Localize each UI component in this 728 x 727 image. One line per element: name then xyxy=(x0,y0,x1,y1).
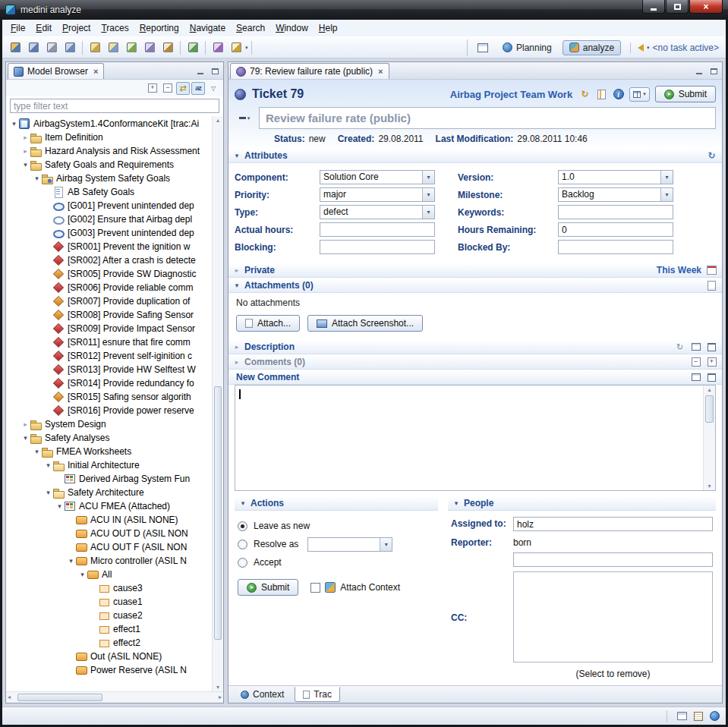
previous-task-icon[interactable] xyxy=(638,44,644,52)
tree-item[interactable]: [G002] Ensure that Airbag depl xyxy=(6,212,212,226)
collapse-arrow-icon[interactable]: ▾ xyxy=(233,152,241,159)
attach-context-option[interactable]: Attach Context xyxy=(310,582,400,593)
print-icon[interactable] xyxy=(43,39,61,56)
scroll-up-icon[interactable]: ▴ xyxy=(704,386,715,393)
tree-item[interactable]: [SR014] Provide redundancy fo xyxy=(6,376,212,390)
tree-item[interactable]: ▾All xyxy=(6,568,212,581)
section-actions[interactable]: ▾ Actions xyxy=(235,496,438,511)
blocking-input[interactable] xyxy=(320,240,435,254)
collapse-arrow-icon[interactable]: ▾ xyxy=(33,448,41,455)
tree-item[interactable]: [G003] Prevent unintended dep xyxy=(6,226,212,240)
tree-item[interactable]: [SR011] esnure that fire comm xyxy=(6,335,212,349)
maximize-view-icon[interactable] xyxy=(210,66,220,76)
radio-icon[interactable] xyxy=(238,558,247,568)
journal-icon[interactable] xyxy=(159,39,177,56)
close-icon[interactable]: × xyxy=(93,67,98,76)
hours-remaining-input[interactable] xyxy=(558,222,673,237)
tree-item[interactable]: ▸Hazard Analysis and Risk Assessment xyxy=(6,144,212,158)
error-log-icon[interactable] xyxy=(694,712,703,721)
action-option[interactable]: Leave as new xyxy=(238,517,435,535)
tree-item[interactable]: Power Reserve (ASIL N xyxy=(6,663,212,677)
maximize-view-icon[interactable] xyxy=(708,66,719,76)
repository-sync-icon[interactable] xyxy=(710,711,720,721)
close-icon[interactable]: × xyxy=(378,67,383,76)
new-comment-input[interactable] xyxy=(235,386,703,490)
new-attachment-icon[interactable] xyxy=(706,280,717,291)
attach-button[interactable]: Attach... xyxy=(236,315,300,332)
analysis-wand-icon[interactable] xyxy=(227,39,245,56)
refresh-icon[interactable] xyxy=(579,89,591,99)
tree-item[interactable]: ▾Safety Goals and Requirements xyxy=(6,158,212,172)
collapse-arrow-icon[interactable]: ▾ xyxy=(44,489,52,496)
view-menu-button[interactable]: ▾ xyxy=(629,87,650,102)
tree-item[interactable]: [SR013] Provide HW Selftest W xyxy=(6,363,212,376)
perspective-planning[interactable]: Planning xyxy=(496,40,559,55)
close-button[interactable]: × xyxy=(689,0,723,14)
tree-item[interactable]: [SR016] Provide power reserve xyxy=(6,404,212,417)
tree-item[interactable]: effect2 xyxy=(6,636,212,650)
task-dropdown-icon[interactable]: ▾ xyxy=(647,45,650,51)
dropdown-arrow-icon[interactable]: ▾ xyxy=(422,206,434,219)
menu-window[interactable]: Window xyxy=(270,21,314,35)
cc-list[interactable] xyxy=(513,571,713,662)
attach-screenshot-button[interactable]: Attach Screenshot... xyxy=(307,315,423,332)
expand-arrow-icon[interactable]: ▸ xyxy=(21,147,30,155)
menu-traces[interactable]: Traces xyxy=(96,21,134,35)
tree-item[interactable]: effect1 xyxy=(6,622,212,636)
tree-item[interactable]: [SR006] Provide reliable comm xyxy=(6,281,212,294)
scroll-thumb[interactable] xyxy=(214,386,222,640)
tree-item[interactable]: [SR001] Prevent the ignition w xyxy=(6,240,212,253)
tree-item[interactable]: ACU IN (ASIL NONE) xyxy=(6,513,212,527)
tree-item[interactable]: [G001] Prevent unintended dep xyxy=(6,199,212,212)
report-icon[interactable] xyxy=(61,39,79,56)
type-select[interactable]: defect▾ xyxy=(320,205,435,219)
tab-model-browser[interactable]: Model Browser × xyxy=(8,63,104,79)
collapse-arrow-icon[interactable]: ▾ xyxy=(452,499,460,507)
tree-item[interactable]: cuase1 xyxy=(6,595,212,609)
collapse-arrow-icon[interactable]: ▾ xyxy=(21,434,30,442)
tree-item[interactable]: ▾Safety Architecture xyxy=(6,486,212,499)
tree-item[interactable]: ▾AirbagSystem1.4ConformanceKit [trac:Ai xyxy=(6,117,212,131)
add-comment-icon[interactable] xyxy=(122,39,140,56)
save-icon[interactable] xyxy=(24,39,43,56)
collapse-arrow-icon[interactable]: ▾ xyxy=(33,175,41,182)
filter-input[interactable] xyxy=(10,99,219,113)
summary-menu-button[interactable]: ▾ xyxy=(235,110,254,126)
minimize-view-icon[interactable] xyxy=(694,66,704,76)
expand-arrow-icon[interactable]: ▸ xyxy=(233,358,241,366)
open-ticket-icon[interactable] xyxy=(596,89,607,99)
tree-item[interactable]: ▾ACU FMEA (Attached) xyxy=(6,499,212,513)
tree-item[interactable]: ▾FMEA Worksheets xyxy=(6,445,212,458)
dropdown-arrow-icon[interactable]: ▾ xyxy=(380,538,392,551)
tree-item[interactable]: [SR008] Provide Safing Sensor xyxy=(6,308,212,322)
dropdown-arrow-icon[interactable]: ▾ xyxy=(422,171,434,184)
tree-item[interactable]: cause3 xyxy=(6,581,212,595)
model-package-icon[interactable] xyxy=(209,39,227,56)
dropdown-arrow-icon[interactable]: ▾ xyxy=(422,188,434,201)
tree-item[interactable]: AB Safety Goals xyxy=(6,185,212,199)
tree-item[interactable]: cuase2 xyxy=(6,609,212,622)
menu-navigate[interactable]: Navigate xyxy=(184,21,231,35)
milestone-select[interactable]: Backlog▾ xyxy=(558,187,673,202)
horizontal-scrollbar[interactable]: ◂ ▸ xyxy=(6,691,223,703)
menu-help[interactable]: Help xyxy=(314,21,343,35)
summary-field[interactable]: Review failure rate (public) xyxy=(259,107,716,129)
open-in-browser-icon[interactable] xyxy=(690,341,701,352)
new-wizard-icon[interactable] xyxy=(6,39,24,56)
page-tab-trac[interactable]: Trac xyxy=(295,687,340,702)
collapse-arrow-icon[interactable]: ▾ xyxy=(239,499,247,507)
scroll-up-icon[interactable]: ▴ xyxy=(213,117,223,124)
scroll-right-icon[interactable]: ▸ xyxy=(219,694,222,700)
tree-item[interactable]: ▾Airbag System Safety Goals xyxy=(6,172,212,185)
expand-arrow-icon[interactable]: ▸ xyxy=(21,420,30,428)
collapse-arrow-icon[interactable]: ▾ xyxy=(67,557,75,565)
attach-context-checkbox[interactable] xyxy=(310,583,320,593)
section-comments[interactable]: ▸ Comments (0) xyxy=(228,354,722,370)
sort-icon[interactable] xyxy=(191,82,205,95)
tree-item[interactable]: ▸System Design xyxy=(6,417,212,431)
tab-ticket-79[interactable]: 79: Review failure rate (public) × xyxy=(230,63,389,79)
radio-icon[interactable] xyxy=(238,540,247,549)
new-comment-icon[interactable] xyxy=(86,39,104,56)
dropdown-arrow-icon[interactable]: ▾ xyxy=(660,188,673,201)
expand-arrow-icon[interactable]: ▸ xyxy=(233,343,241,351)
